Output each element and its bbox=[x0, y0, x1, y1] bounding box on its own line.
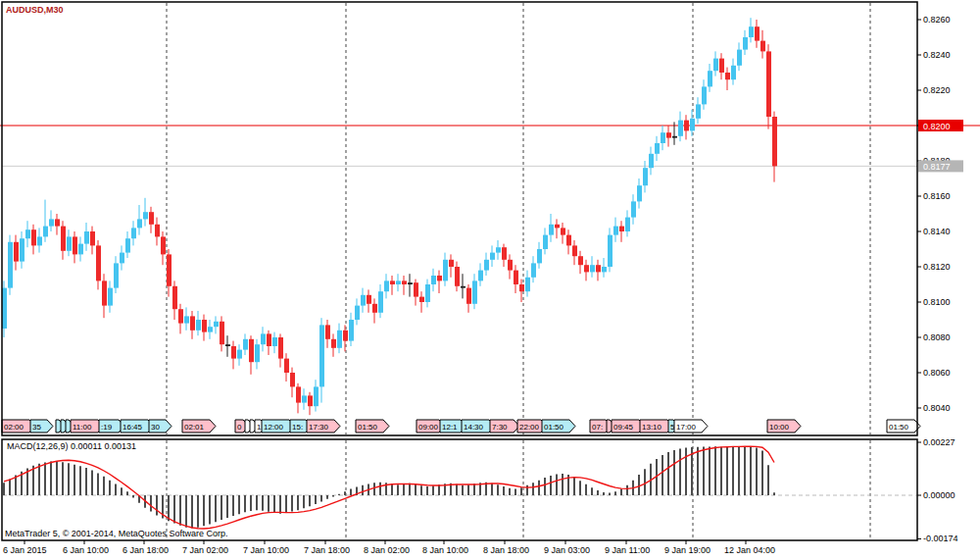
time-axis-label: 7 Jan 10:00 bbox=[243, 545, 289, 555]
svg-text:0.8140: 0.8140 bbox=[923, 227, 951, 236]
svg-text:-0.00174: -0.00174 bbox=[923, 534, 958, 543]
svg-text:12:00: 12:00 bbox=[264, 423, 284, 432]
svg-text:0.8177: 0.8177 bbox=[923, 162, 951, 172]
svg-text:01:50: 01:50 bbox=[889, 423, 909, 432]
svg-text:1: 1 bbox=[257, 423, 262, 432]
macd-indicator bbox=[3, 446, 916, 529]
svg-text:0.8240: 0.8240 bbox=[923, 50, 951, 60]
svg-text:35: 35 bbox=[32, 423, 41, 432]
time-axis-label: 9 Jan 03:00 bbox=[544, 545, 590, 555]
time-axis-label: 6 Jan 2015 bbox=[3, 545, 47, 555]
svg-text:0: 0 bbox=[237, 423, 242, 432]
candlestick-series bbox=[2, 18, 777, 415]
time-axis-label: 6 Jan 10:00 bbox=[63, 545, 109, 555]
svg-text:17:00: 17:00 bbox=[676, 423, 697, 432]
svg-text:0.8260: 0.8260 bbox=[923, 15, 951, 25]
svg-text:10:00: 10:00 bbox=[769, 423, 790, 432]
svg-text:0.8100: 0.8100 bbox=[923, 297, 951, 307]
time-axis-label: 12 Jan 04:00 bbox=[724, 545, 775, 555]
svg-text:0.8120: 0.8120 bbox=[923, 262, 951, 272]
time-axis-label: 6 Jan 18:00 bbox=[122, 545, 169, 555]
time-axis-label: 7 Jan 02:00 bbox=[182, 545, 228, 555]
svg-text:02:00: 02:00 bbox=[4, 423, 24, 432]
time-axis-label: 7 Jan 18:00 bbox=[304, 545, 350, 555]
time-axis-label: 8 Jan 02:00 bbox=[364, 545, 410, 555]
svg-text:0.8040: 0.8040 bbox=[923, 403, 951, 413]
price-axis[interactable]: 0.82600.82400.82200.82000.81800.81600.81… bbox=[917, 15, 963, 413]
svg-text:0.8200: 0.8200 bbox=[923, 122, 951, 131]
svg-text:0.8060: 0.8060 bbox=[923, 368, 951, 378]
svg-text:17:30: 17:30 bbox=[309, 423, 329, 432]
svg-text:0.8160: 0.8160 bbox=[923, 191, 951, 201]
svg-text:07:: 07: bbox=[592, 423, 603, 432]
svg-text:0.00227: 0.00227 bbox=[923, 437, 956, 447]
svg-text:15:: 15: bbox=[292, 423, 303, 432]
svg-text:02:01: 02:01 bbox=[184, 423, 205, 432]
svg-text:30: 30 bbox=[151, 423, 160, 432]
chart-canvas[interactable]: 02:003511:00:1916:453002:010112:0015:17:… bbox=[0, 0, 980, 560]
price-lines bbox=[0, 126, 980, 166]
time-axis-label: 8 Jan 18:00 bbox=[483, 545, 529, 555]
svg-text:0.00000: 0.00000 bbox=[923, 490, 956, 500]
svg-text:13:10: 13:10 bbox=[642, 423, 662, 432]
mt5-chart-window: 02:003511:00:1916:453002:010112:0015:17:… bbox=[0, 0, 980, 560]
svg-text:22:00: 22:00 bbox=[519, 423, 540, 432]
time-axis-label: 9 Jan 11:00 bbox=[605, 545, 650, 555]
svg-text:0.8080: 0.8080 bbox=[923, 332, 951, 342]
svg-text:7:30: 7:30 bbox=[492, 423, 508, 432]
svg-text:14:30: 14:30 bbox=[464, 423, 484, 432]
svg-text:11:00: 11:00 bbox=[73, 423, 92, 432]
macd-signal-line bbox=[4, 446, 774, 529]
event-tags[interactable]: 02:003511:00:1916:453002:010112:0015:17:… bbox=[2, 420, 920, 433]
svg-text:01:50: 01:50 bbox=[544, 423, 564, 432]
svg-text:16:45: 16:45 bbox=[122, 423, 143, 432]
svg-text:0.8220: 0.8220 bbox=[923, 85, 951, 95]
svg-text:09:45: 09:45 bbox=[613, 423, 634, 432]
time-axis-label: 9 Jan 19:00 bbox=[664, 545, 710, 555]
time-axis-label: 8 Jan 10:00 bbox=[422, 545, 468, 555]
svg-text:09:00: 09:00 bbox=[418, 423, 439, 432]
svg-text:12:1: 12:1 bbox=[442, 423, 458, 432]
svg-text::19: :19 bbox=[101, 423, 113, 432]
svg-text:01:50: 01:50 bbox=[358, 423, 378, 432]
